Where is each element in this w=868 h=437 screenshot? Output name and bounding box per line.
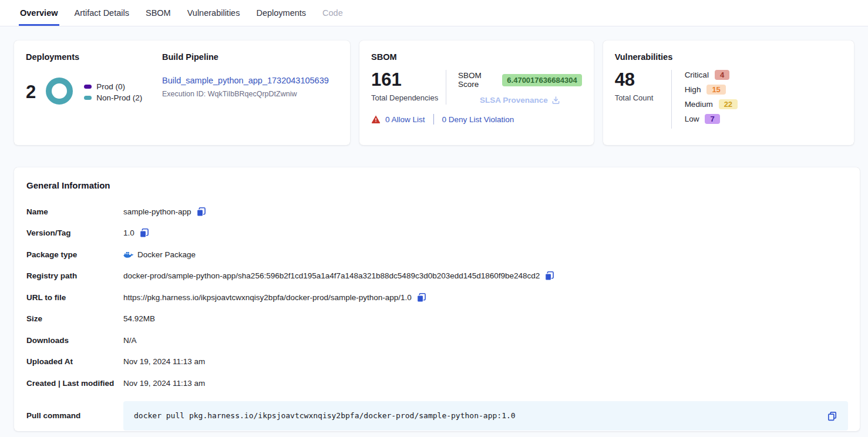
info-value: Nov 19, 2024 11:13 am xyxy=(123,379,205,388)
download-icon xyxy=(551,96,560,105)
sbom-total-label: Total Dependencies xyxy=(371,93,446,102)
pull-command-text: docker pull pkg.harness.io/ikpsjoavtcwxn… xyxy=(134,411,822,420)
info-value: sample-python-app xyxy=(123,207,206,217)
severity-count-badge: 15 xyxy=(706,85,725,95)
sbom-score-badge: 6.470017636684304 xyxy=(502,74,581,86)
info-value: docker-prod/sample-python-app/sha256:596… xyxy=(123,271,554,281)
vulnerabilities-card: Vulnerabilities 48 Total Count Critical4… xyxy=(603,41,854,145)
severity-list: Critical4High15Medium22Low7 xyxy=(672,70,738,129)
build-pipeline-title: Build Pipeline xyxy=(162,52,329,62)
info-row-size: Size54.92MB xyxy=(26,308,848,330)
divider xyxy=(433,114,434,125)
info-row-uploaded-at: Uploaded AtNov 19, 2024 11:13 am xyxy=(26,351,848,373)
deployments-section: Deployments 2 Prod (0)Non-Prod (2) xyxy=(26,52,161,133)
info-row-url-to-file: URL to filehttps://pkg.harness.io/ikpsjo… xyxy=(26,287,848,308)
copy-icon[interactable] xyxy=(544,271,554,281)
build-pipeline-link[interactable]: Build_sample_python_app_1732043105639 xyxy=(162,76,329,85)
info-value: https://pkg.harness.io/ikpsjoavtcwxnqisy… xyxy=(123,293,426,302)
info-value: 1.0 xyxy=(123,228,149,238)
severity-row: Low7 xyxy=(685,114,738,124)
info-label: Version/Tag xyxy=(26,228,123,237)
info-value-text: docker-prod/sample-python-app/sha256:596… xyxy=(123,271,540,280)
deny-list-link[interactable]: 0 Deny List Violation xyxy=(442,115,514,124)
copy-icon[interactable] xyxy=(196,207,206,217)
info-value: N/A xyxy=(123,336,137,345)
vulnerabilities-title: Vulnerabilities xyxy=(615,52,842,62)
info-label: Name xyxy=(26,207,123,216)
info-value-text: https://pkg.harness.io/ikpsjoavtcwxnqisy… xyxy=(123,293,412,302)
info-label: Registry path xyxy=(26,271,123,280)
tab-vulnerabilities[interactable]: Vulnerabilities xyxy=(186,0,241,26)
general-information-rows: Namesample-python-appVersion/Tag1.0Packa… xyxy=(26,201,848,394)
summary-cards-row: Deployments 2 Prod (0)Non-Prod (2) Build… xyxy=(0,26,868,145)
info-value-text: Docker Package xyxy=(137,250,196,259)
info-value-text: Nov 19, 2024 11:13 am xyxy=(123,357,205,366)
warning-icon xyxy=(371,115,381,124)
legend-swatch xyxy=(84,85,92,89)
info-label: Size xyxy=(26,314,123,323)
pull-command-row: Pull command docker pull pkg.harness.io/… xyxy=(26,401,848,431)
tab-deployments[interactable]: Deployments xyxy=(255,0,307,26)
tab-code: Code xyxy=(321,0,344,26)
deployments-donut-chart xyxy=(44,76,75,109)
legend-label: Non-Prod (2) xyxy=(96,93,142,102)
info-value-text: Nov 19, 2024 11:13 am xyxy=(123,379,205,388)
legend-item: Prod (0) xyxy=(84,82,142,91)
general-information-card: General Information Namesample-python-ap… xyxy=(14,167,860,431)
tab-sbom[interactable]: SBOM xyxy=(144,0,172,26)
info-label: Downloads xyxy=(26,336,123,345)
info-value-text: 1.0 xyxy=(123,228,134,237)
deployments-legend: Prod (0)Non-Prod (2) xyxy=(84,80,142,105)
tab-overview[interactable]: Overview xyxy=(19,0,59,26)
info-row-downloads: DownloadsN/A xyxy=(26,330,848,351)
deployments-title: Deployments xyxy=(26,52,161,62)
info-value: 54.92MB xyxy=(123,314,155,323)
sbom-card: SBOM 161 Total Dependencies SBOM Score 6… xyxy=(359,41,594,145)
severity-count-badge: 4 xyxy=(715,70,729,80)
slsa-provenance-link[interactable]: SLSA Provenance xyxy=(458,96,582,105)
info-value-text: 54.92MB xyxy=(123,314,155,323)
slsa-provenance-label: SLSA Provenance xyxy=(480,96,548,105)
severity-label: Critical xyxy=(685,70,709,79)
execution-id: Execution ID: WqkTiIbBRqecQrpDtZwniw xyxy=(162,90,329,98)
docker-icon xyxy=(123,251,133,258)
sbom-title: SBOM xyxy=(371,52,582,62)
vulnerabilities-total-label: Total Count xyxy=(615,93,671,102)
allow-list-link[interactable]: 0 Allow List xyxy=(385,115,425,124)
info-row-version-tag: Version/Tag1.0 xyxy=(26,223,848,244)
info-value: Docker Package xyxy=(123,250,196,259)
info-value-text: N/A xyxy=(123,336,137,345)
build-pipeline-section: Build Pipeline Build_sample_python_app_1… xyxy=(161,52,329,133)
info-row-package-type: Package typeDocker Package xyxy=(26,244,848,265)
info-label: Created | Last modified xyxy=(26,379,123,388)
info-row-name: Namesample-python-app xyxy=(26,201,848,223)
legend-label: Prod (0) xyxy=(96,82,125,91)
copy-icon[interactable] xyxy=(139,228,149,238)
copy-icon[interactable] xyxy=(827,411,837,421)
severity-row: Medium22 xyxy=(685,99,738,109)
copy-icon[interactable] xyxy=(416,293,426,302)
severity-count-badge: 7 xyxy=(705,114,719,124)
info-value: Nov 19, 2024 11:13 am xyxy=(123,357,205,366)
pull-command-box: docker pull pkg.harness.io/ikpsjoavtcwxn… xyxy=(123,401,848,431)
vulnerabilities-total: 48 xyxy=(615,70,671,90)
general-information-title: General Information xyxy=(26,180,848,190)
tab-artifact-details[interactable]: Artifact Details xyxy=(73,0,130,26)
info-label: Uploaded At xyxy=(26,357,123,366)
severity-count-badge: 22 xyxy=(719,99,738,109)
deployments-card: Deployments 2 Prod (0)Non-Prod (2) Build… xyxy=(14,41,350,145)
severity-label: Low xyxy=(685,115,699,123)
legend-item: Non-Prod (2) xyxy=(84,93,142,102)
sbom-total: 161 xyxy=(371,70,446,90)
severity-label: Medium xyxy=(685,100,713,109)
info-row-created-last-modified: Created | Last modifiedNov 19, 2024 11:1… xyxy=(26,372,848,394)
info-label: Package type xyxy=(26,250,123,259)
severity-label: High xyxy=(685,85,701,94)
severity-row: Critical4 xyxy=(685,70,738,80)
info-label: URL to file xyxy=(26,293,123,302)
sbom-score-label: SBOM Score xyxy=(458,71,497,89)
severity-row: High15 xyxy=(685,85,738,95)
tab-bar: OverviewArtifact DetailsSBOMVulnerabilit… xyxy=(0,0,868,26)
pull-command-label: Pull command xyxy=(26,411,123,420)
deployments-total: 2 xyxy=(26,82,36,102)
